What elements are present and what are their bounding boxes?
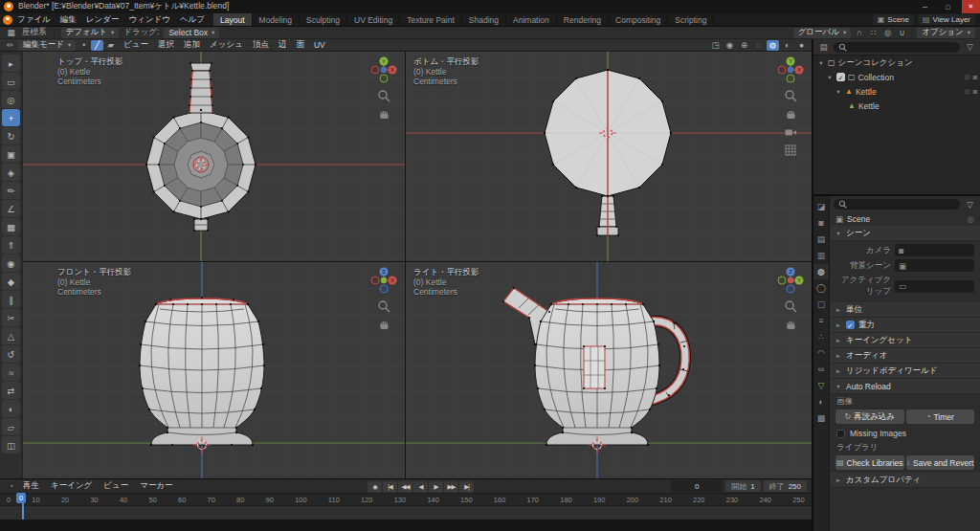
collapsed-panel-header[interactable]: ▸ リジッドボディワールド (830, 364, 980, 379)
outliner-editor-icon[interactable]: ▤ (817, 42, 830, 53)
measure-tool-button[interactable]: ∠ (2, 200, 20, 217)
extrude-tool-button[interactable]: ⇑ (2, 236, 20, 254)
hand-icon[interactable] (784, 318, 797, 331)
blender-menu-icon[interactable] (3, 15, 12, 25)
workspace-tab[interactable]: Sculpting (300, 13, 347, 26)
timeline-menu-item[interactable]: マーカー (134, 480, 178, 492)
scene-collection-label[interactable]: シーンコレクション (838, 57, 913, 69)
transform-tool-button[interactable]: ◈ (2, 164, 20, 181)
outliner-row-collection[interactable]: ▾ ▢ Collection ⊙◙ (813, 70, 980, 84)
auto-key-button[interactable]: ◉ (368, 481, 382, 493)
output-tab[interactable]: ▤ (813, 232, 829, 247)
workspace-tab[interactable]: Shading (462, 13, 506, 26)
minimize-button[interactable]: ─ (916, 0, 934, 13)
timeline-menu-item[interactable]: キーイング (45, 480, 98, 492)
zoom-icon[interactable] (377, 299, 390, 313)
app-menu-item[interactable]: ヘルプ (175, 13, 210, 26)
object-tab[interactable]: ▢ (813, 297, 829, 312)
particles-tab[interactable]: ∴ (813, 329, 829, 344)
bevel-tool-button[interactable]: ◆ (2, 273, 20, 290)
world-tab[interactable]: ◯ (813, 280, 829, 296)
jump-to-end-button[interactable]: ▶| (459, 481, 474, 493)
outliner-row-object[interactable]: ▾ ▲ Kettle ⊙◙ (813, 84, 980, 99)
breadcrumb-label[interactable]: Scene (847, 214, 870, 224)
render-tab[interactable]: ◙ (813, 215, 829, 231)
timeline-menu-item[interactable]: ビュー (98, 480, 134, 492)
scale-tool-button[interactable]: ▣ (2, 145, 20, 163)
timeline-editor[interactable]: ◔ 再生キーイングビューマーカー ◉|◀◀◀◀▶▶▶▶| 0 開始1 終了250… (0, 478, 812, 520)
zoom-icon[interactable] (784, 89, 797, 102)
collapsed-panel-header[interactable]: ▸ 重力 (830, 318, 980, 333)
outliner-search-input[interactable] (834, 42, 960, 53)
constraints-tab[interactable]: ∞ (813, 362, 829, 377)
viewport-menu-item[interactable]: メッシュ (205, 39, 248, 51)
annotate-tool-button[interactable]: ✏ (2, 182, 20, 199)
viewport-quadrant-front[interactable]: フロント・平行投影 (0) Kettle Centimeters Z X (0, 262, 405, 478)
axis-gizmo[interactable]: Y X (776, 55, 805, 84)
play-button[interactable]: ▶ (429, 481, 443, 493)
inset-tool-button[interactable]: ◉ (2, 254, 20, 272)
overlays-toggle[interactable]: ◉ (724, 40, 736, 51)
loop-cut-tool-button[interactable]: ∥ (2, 291, 20, 308)
zoom-icon[interactable] (377, 89, 390, 102)
workspace-tab[interactable]: Rendering (557, 13, 609, 26)
preset-dropdown[interactable]: デフォルト (61, 28, 120, 38)
physics-tab[interactable]: ◠ (813, 345, 829, 361)
check-libraries-button[interactable]: ▤Check Libraries (835, 455, 904, 470)
select-box-tool-button[interactable]: ▭ (2, 73, 20, 90)
transform-pivot-dropdown[interactable]: グローバル (793, 28, 852, 38)
timer-button[interactable]: ◔Timer (906, 409, 975, 424)
snap-magnet-icon[interactable]: ∩ (853, 28, 865, 38)
outliner-row-scene-collection[interactable]: ▾ ▢ シーンコレクション (813, 55, 980, 70)
smooth-tool-button[interactable]: ≈ (2, 364, 20, 381)
field-input[interactable]: ▣ (895, 259, 974, 272)
expand-caret-icon[interactable]: ▾ (817, 59, 825, 67)
add-cube-tool-button[interactable]: ▦ (2, 218, 20, 235)
hand-icon[interactable] (377, 107, 390, 121)
edge-select-button[interactable]: ╱ (91, 40, 103, 51)
viewport-quadrant-top[interactable]: トップ・平行投影 (0) Kettle Centimeters Y X (0, 52, 405, 261)
frame-start-field[interactable]: 開始1 (725, 480, 760, 492)
app-menu-item[interactable]: ファイル (12, 13, 56, 26)
auto-reload-panel-header[interactable]: ▾ Auto Reload (830, 379, 980, 394)
mode-dropdown[interactable]: 編集モード (18, 40, 76, 51)
workspace-tab[interactable]: Layout (213, 13, 253, 26)
viewport-menu-item[interactable]: 追加 (179, 39, 205, 51)
face-select-button[interactable]: ▰ (104, 40, 117, 51)
xray-toggle[interactable]: ◳ (709, 40, 722, 51)
properties-search-input[interactable] (834, 199, 960, 210)
next-keyframe-button[interactable]: ▶▶ (444, 481, 458, 493)
scene-panel-header[interactable]: ▾ シーン (830, 226, 980, 241)
field-input[interactable]: ▭ (895, 280, 974, 293)
current-frame-field[interactable]: 0 (671, 480, 723, 492)
move-tool-button[interactable]: + (2, 109, 20, 126)
expand-caret-icon[interactable]: ▾ (826, 74, 834, 81)
edge-slide-tool-button[interactable]: ⇄ (2, 382, 20, 399)
options-dropdown[interactable]: オプション (917, 28, 975, 38)
poly-build-tool-button[interactable]: △ (2, 327, 20, 344)
collapsed-panel-header[interactable]: ▸ 単位 (830, 302, 980, 318)
viewport-menu-item[interactable]: 辺 (274, 39, 292, 51)
outliner[interactable]: ▤ ▽ ▾ ▢ シーンコレクション ▾ ▢ Collection ⊙◙ ▾ ▲ (813, 39, 980, 196)
cursor-tool-button[interactable]: ◎ (2, 91, 20, 108)
expand-caret-icon[interactable]: ▾ (835, 88, 842, 96)
timeline-menu-item[interactable]: 再生 (17, 480, 45, 492)
view-layer-selector[interactable]: ▤ View Layer (918, 14, 975, 25)
shading-solid-button[interactable]: ◍ (767, 40, 779, 51)
eye-icon[interactable]: ⊙ (964, 87, 969, 96)
viewport-quadrant-bottom[interactable]: ボトム・平行投影 (0) Kettle Centimeters Y X (406, 52, 812, 261)
grid-ortho-icon[interactable] (784, 144, 797, 157)
camera-visibility-icon[interactable]: ◙ (972, 87, 977, 96)
object-label[interactable]: Kettle (856, 87, 877, 97)
missing-images-checkbox[interactable] (836, 430, 845, 438)
close-button[interactable]: ✕ (962, 0, 980, 13)
zoom-icon[interactable] (784, 299, 797, 313)
filter-funnel-icon[interactable]: ▽ (964, 42, 976, 53)
shading-wireframe-button[interactable]: ◌ (752, 40, 765, 51)
field-input[interactable]: ◙ (895, 244, 974, 256)
collapsed-panel-header[interactable]: ▸ オーディオ (830, 348, 980, 364)
workspace-tab[interactable]: Modeling (253, 13, 301, 26)
camera-visibility-icon[interactable]: ◙ (972, 73, 977, 81)
shading-material-button[interactable]: ◐ (781, 40, 793, 51)
object-data-tab[interactable]: ▽ (813, 378, 829, 393)
